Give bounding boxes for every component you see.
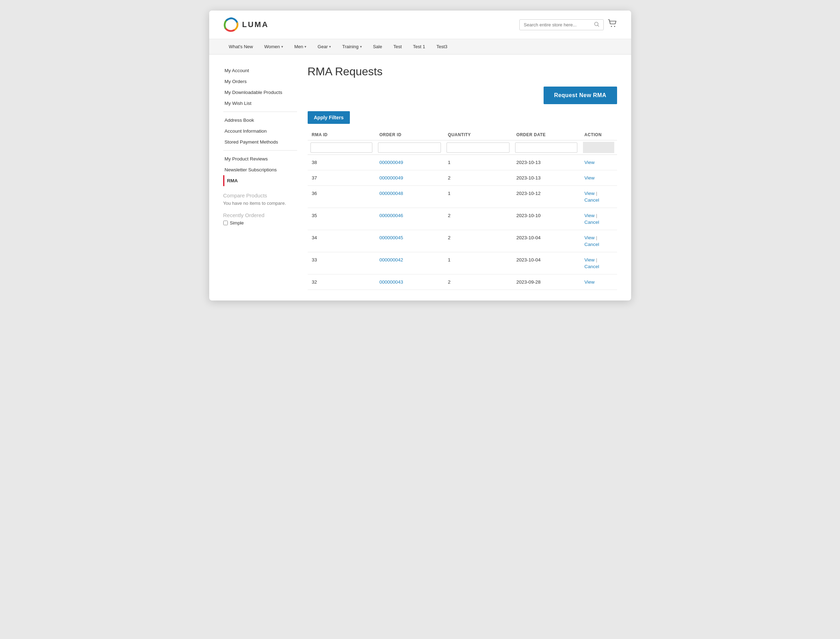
order-id-link[interactable]: 000000049 <box>379 175 403 181</box>
cell-rma-id: 36 <box>307 186 375 208</box>
site-nav: What's New Women ▾ Men ▾ Gear ▾ Training… <box>209 39 631 54</box>
nav-item-whats-new[interactable]: What's New <box>223 39 259 54</box>
nav-item-gear[interactable]: Gear ▾ <box>312 39 336 54</box>
nav-item-test[interactable]: Test <box>388 39 407 54</box>
action-link-view[interactable]: View <box>584 160 594 165</box>
action-separator: | <box>596 213 598 218</box>
browser-window: LUMA What' <box>209 11 631 300</box>
table-row: 3600000004812023-10-12View|Cancel <box>307 186 617 208</box>
cart-icon[interactable] <box>608 19 617 30</box>
order-id-link[interactable]: 000000045 <box>379 235 403 240</box>
sidebar-item-my-wish-list[interactable]: My Wish List <box>223 98 297 109</box>
cell-order-id: 000000046 <box>375 208 444 230</box>
filter-order-date[interactable] <box>515 143 578 153</box>
filter-order-id[interactable] <box>378 143 441 153</box>
filter-action-placeholder <box>583 142 614 153</box>
compare-products-empty: You have no items to compare. <box>223 200 297 206</box>
action-link-view[interactable]: View <box>584 280 594 285</box>
cell-action: View <box>580 275 617 290</box>
col-header-action: ACTION <box>580 129 617 140</box>
table-header-row: RMA ID ORDER ID QUANTITY ORDER DATE ACTI… <box>307 129 617 140</box>
nav-item-women[interactable]: Women ▾ <box>258 39 288 54</box>
cell-quantity: 1 <box>444 155 512 170</box>
action-link-view[interactable]: View <box>584 191 594 196</box>
filter-rma-id[interactable] <box>311 143 372 153</box>
nav-item-test1[interactable]: Test 1 <box>407 39 431 54</box>
sidebar-item-stored-payment[interactable]: Stored Payment Methods <box>223 137 297 148</box>
cell-order-date: 2023-10-13 <box>512 155 580 170</box>
action-link-cancel[interactable]: Cancel <box>584 264 599 269</box>
order-id-link[interactable]: 000000048 <box>379 191 403 196</box>
svg-point-3 <box>611 26 612 27</box>
action-link-cancel[interactable]: Cancel <box>584 219 599 225</box>
sidebar-item-account-information[interactable]: Account Information <box>223 126 297 137</box>
cell-order-id: 000000048 <box>375 186 444 208</box>
chevron-down-icon: ▾ <box>304 45 306 49</box>
cell-order-date: 2023-09-28 <box>512 275 580 290</box>
cell-action: View|Cancel <box>580 208 617 230</box>
cell-action: View <box>580 155 617 170</box>
table-row: 3400000004522023-10-04View|Cancel <box>307 230 617 252</box>
col-header-order-date: ORDER DATE <box>512 129 580 140</box>
compare-products-title: Compare Products <box>223 192 297 199</box>
sidebar-item-rma[interactable]: RMA <box>223 175 297 186</box>
search-icon <box>594 22 599 28</box>
sidebar-item-my-downloadable-products[interactable]: My Downloadable Products <box>223 87 297 98</box>
action-separator: | <box>596 235 598 240</box>
action-separator: | <box>596 257 598 262</box>
col-header-order-id: ORDER ID <box>375 129 444 140</box>
luma-logo-icon <box>223 17 239 32</box>
cell-order-id: 000000049 <box>375 170 444 186</box>
sidebar-divider-2 <box>223 150 297 151</box>
page-title: RMA Requests <box>307 65 617 78</box>
sidebar-item-my-product-reviews[interactable]: My Product Reviews <box>223 153 297 164</box>
apply-filters-button[interactable]: Apply Filters <box>307 111 350 124</box>
col-header-quantity: QUANTITY <box>444 129 512 140</box>
cell-order-id: 000000043 <box>375 275 444 290</box>
table-filter-row <box>307 140 617 155</box>
action-link-view[interactable]: View <box>584 257 594 262</box>
action-link-cancel[interactable]: Cancel <box>584 242 599 247</box>
cell-order-id: 000000045 <box>375 230 444 252</box>
cell-rma-id: 32 <box>307 275 375 290</box>
sidebar-bottom-section: My Product Reviews Newsletter Subscripti… <box>223 153 297 186</box>
action-link-view[interactable]: View <box>584 213 594 218</box>
action-link-view[interactable]: View <box>584 175 594 181</box>
nav-item-men[interactable]: Men ▾ <box>288 39 312 54</box>
table-row: 3200000004322023-09-28View <box>307 275 617 290</box>
action-link-cancel[interactable]: Cancel <box>584 197 599 203</box>
cell-quantity: 2 <box>444 170 512 186</box>
chevron-down-icon: ▾ <box>329 45 331 49</box>
cell-rma-id: 34 <box>307 230 375 252</box>
cell-quantity: 1 <box>444 186 512 208</box>
chevron-down-icon: ▾ <box>281 45 283 49</box>
search-bar <box>519 19 604 30</box>
nav-item-sale[interactable]: Sale <box>368 39 388 54</box>
cell-quantity: 2 <box>444 275 512 290</box>
order-id-link[interactable]: 000000049 <box>379 160 403 165</box>
search-input[interactable] <box>524 22 591 27</box>
table-row: 3700000004922023-10-13View <box>307 170 617 186</box>
sidebar-item-my-orders[interactable]: My Orders <box>223 76 297 87</box>
nav-item-training[interactable]: Training ▾ <box>336 39 367 54</box>
sidebar-recently-ordered-section: Recently Ordered Simple <box>223 212 297 226</box>
nav-item-test3[interactable]: Test3 <box>431 39 453 54</box>
filter-quantity[interactable] <box>447 143 509 153</box>
logo-area: LUMA <box>223 17 269 32</box>
order-id-link[interactable]: 000000042 <box>379 257 403 262</box>
cell-rma-id: 35 <box>307 208 375 230</box>
sidebar-item-address-book[interactable]: Address Book <box>223 115 297 126</box>
cell-quantity: 2 <box>444 208 512 230</box>
sidebar-item-my-account[interactable]: My Account <box>223 65 297 76</box>
sidebar-main-section: My Account My Orders My Downloadable Pro… <box>223 65 297 109</box>
cell-rma-id: 33 <box>307 252 375 275</box>
cell-order-date: 2023-10-04 <box>512 230 580 252</box>
rma-table: RMA ID ORDER ID QUANTITY ORDER DATE ACTI… <box>307 129 617 290</box>
svg-point-4 <box>614 26 615 27</box>
sidebar-item-newsletter-subscriptions[interactable]: Newsletter Subscriptions <box>223 164 297 175</box>
action-link-view[interactable]: View <box>584 235 594 240</box>
order-id-link[interactable]: 000000043 <box>379 280 403 285</box>
recently-ordered-checkbox[interactable] <box>223 221 228 225</box>
request-new-rma-button[interactable]: Request New RMA <box>544 87 617 104</box>
order-id-link[interactable]: 000000046 <box>379 213 403 218</box>
